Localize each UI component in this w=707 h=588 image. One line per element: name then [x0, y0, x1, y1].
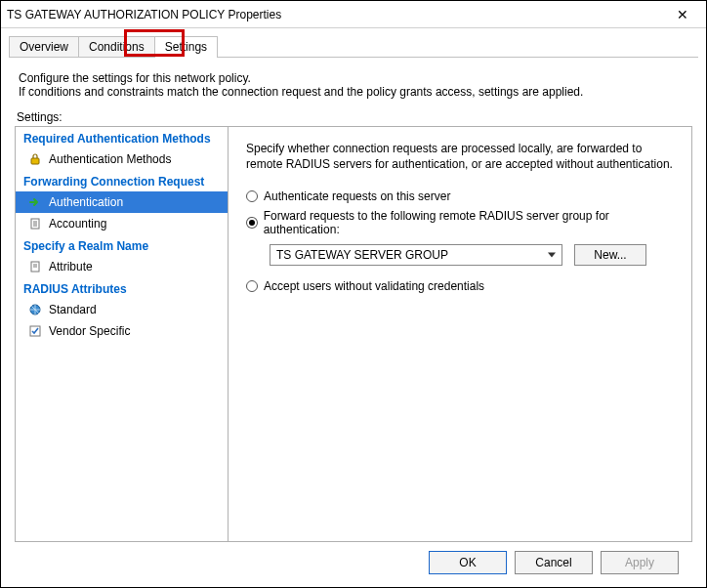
sidebar-group-forwarding: Forwarding Connection Request	[16, 170, 228, 191]
radio-label: Forward requests to the following remote…	[264, 209, 674, 236]
sidebar-item-label: Authentication	[49, 195, 123, 209]
settings-content: Specify whether connection requests are …	[229, 127, 691, 541]
sidebar-group-radius-attrs: RADIUS Attributes	[16, 277, 228, 299]
dialog-footer: OK Cancel Apply	[15, 542, 692, 583]
radio-authenticate-local[interactable]: Authenticate requests on this server	[246, 189, 674, 203]
settings-label: Settings:	[17, 110, 692, 124]
ok-button[interactable]: OK	[429, 551, 507, 574]
tab-settings[interactable]: Settings	[154, 36, 218, 58]
titlebar: TS GATEWAY AUTHORIZATION POLICY Properti…	[1, 1, 706, 28]
content-intro: Specify whether connection requests are …	[246, 141, 674, 172]
forward-controls: TS GATEWAY SERVER GROUP New...	[270, 244, 674, 266]
svg-rect-0	[31, 158, 39, 164]
tab-conditions[interactable]: Conditions	[78, 36, 155, 58]
new-button[interactable]: New...	[574, 244, 646, 266]
tab-strip: Overview Conditions Settings	[1, 28, 706, 58]
globe-icon	[27, 302, 43, 317]
settings-split: Required Authentication Methods Authenti…	[15, 126, 692, 542]
radio-forward-remote[interactable]: Forward requests to the following remote…	[246, 209, 674, 236]
tab-underline	[9, 57, 698, 58]
sidebar-group-realm: Specify a Realm Name	[16, 234, 228, 256]
dropdown-value: TS GATEWAY SERVER GROUP	[276, 248, 448, 262]
radio-icon	[246, 190, 258, 202]
button-label: New...	[594, 248, 626, 262]
sidebar-item-accounting[interactable]: Accounting	[16, 213, 228, 234]
sidebar-item-label: Attribute	[49, 260, 93, 273]
document-icon	[27, 259, 43, 274]
tab-label: Settings	[165, 40, 207, 54]
radio-label: Authenticate requests on this server	[264, 189, 450, 203]
cancel-button[interactable]: Cancel	[515, 551, 593, 574]
settings-sidebar: Required Authentication Methods Authenti…	[16, 127, 229, 541]
sidebar-item-attribute[interactable]: Attribute	[16, 256, 228, 277]
sidebar-item-authentication[interactable]: Authentication	[16, 191, 228, 213]
tab-label: Conditions	[89, 40, 145, 54]
radio-accept-without-validation[interactable]: Accept users without validating credenti…	[246, 279, 674, 293]
radio-icon	[246, 280, 258, 292]
arrow-right-icon	[27, 194, 43, 210]
sidebar-item-auth-methods[interactable]: Authentication Methods	[16, 148, 228, 170]
tab-label: Overview	[20, 40, 68, 54]
button-label: Apply	[625, 556, 654, 569]
document-icon	[27, 216, 43, 231]
apply-button: Apply	[601, 551, 679, 574]
close-icon: ✕	[677, 7, 688, 22]
properties-window: TS GATEWAY AUTHORIZATION POLICY Properti…	[0, 0, 707, 588]
sidebar-item-label: Authentication Methods	[49, 152, 171, 166]
close-button[interactable]: ✕	[663, 3, 702, 26]
sidebar-item-standard[interactable]: Standard	[16, 299, 228, 320]
sidebar-item-label: Accounting	[49, 217, 106, 231]
button-label: OK	[459, 556, 476, 569]
window-title: TS GATEWAY AUTHORIZATION POLICY Properti…	[7, 8, 663, 21]
button-label: Cancel	[535, 556, 571, 569]
sidebar-item-label: Standard	[49, 303, 97, 316]
sidebar-group-required-auth: Required Authentication Methods	[16, 127, 228, 148]
body-area: Configure the settings for this network …	[1, 58, 706, 587]
tab-overview[interactable]: Overview	[9, 36, 79, 58]
server-group-dropdown[interactable]: TS GATEWAY SERVER GROUP	[270, 244, 562, 266]
radio-icon	[246, 217, 258, 229]
radio-label: Accept users without validating credenti…	[264, 279, 484, 293]
lock-icon	[27, 151, 43, 167]
sidebar-item-vendor-specific[interactable]: Vendor Specific	[16, 320, 228, 342]
description-line2: If conditions and constraints match the …	[19, 85, 692, 99]
description-line1: Configure the settings for this network …	[19, 71, 692, 85]
checkbox-icon	[27, 323, 43, 339]
sidebar-item-label: Vendor Specific	[49, 324, 130, 338]
